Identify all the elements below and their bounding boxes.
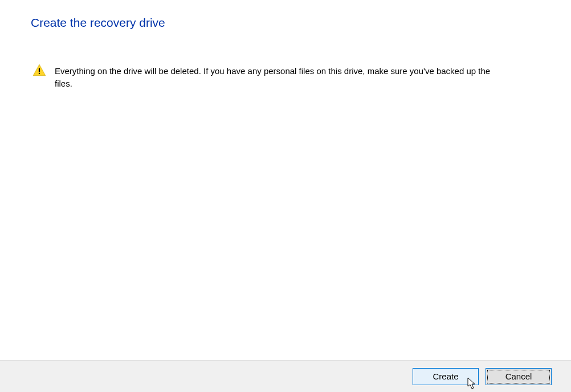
svg-rect-1 [39, 73, 40, 74]
svg-rect-0 [39, 68, 40, 72]
create-button[interactable]: Create [413, 368, 479, 385]
wizard-footer: Create Cancel [0, 360, 571, 392]
warning-row: Everything on the drive will be deleted.… [0, 30, 571, 90]
wizard-dialog: Create the recovery drive Everything on … [0, 0, 571, 392]
cancel-button[interactable]: Cancel [486, 368, 552, 385]
wizard-title: Create the recovery drive [0, 0, 571, 30]
warning-icon [32, 63, 47, 78]
warning-message: Everything on the drive will be deleted.… [55, 65, 505, 90]
